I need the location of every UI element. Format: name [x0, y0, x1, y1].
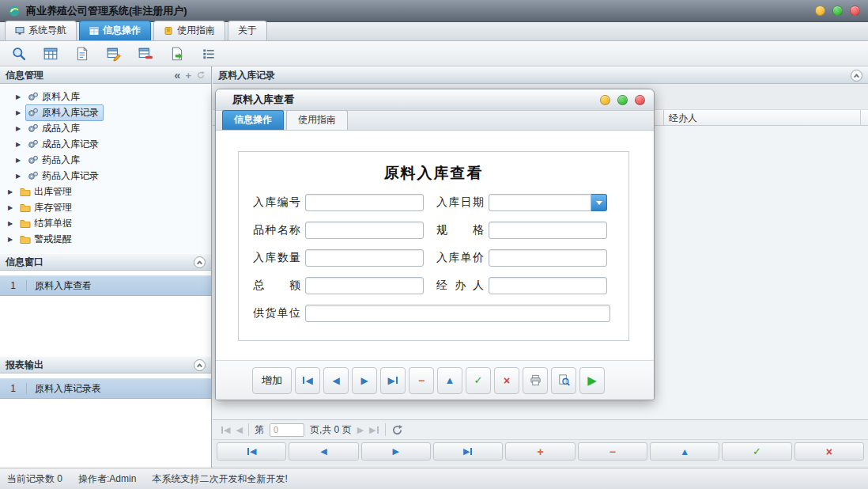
tree-item-raw-in[interactable]: ▶ 原料入库: [0, 89, 211, 104]
spec-label: 规格: [436, 223, 484, 237]
expander-icon[interactable]: ▶: [6, 220, 14, 227]
dialog-header[interactable]: 原料入库查看: [216, 89, 654, 111]
grid-edit-button[interactable]: ▲: [650, 442, 719, 461]
print-preview-button[interactable]: [551, 367, 576, 394]
tree-item-alert-reminder[interactable]: ▶ 警戒提醒: [0, 231, 211, 247]
page-next-button[interactable]: ▶: [357, 426, 364, 434]
total-input[interactable]: [305, 277, 424, 294]
expander-icon[interactable]: ▶: [14, 172, 22, 180]
first-record-button[interactable]: ◀: [295, 367, 320, 394]
tree-item-outbound-mgmt[interactable]: ▶ 出库管理: [0, 184, 211, 199]
page-prev-button[interactable]: ◀: [236, 426, 242, 434]
page-last-button[interactable]: ▶: [369, 426, 379, 434]
dialog-title: 原料入库查看: [232, 93, 294, 107]
maximize-button[interactable]: [832, 6, 843, 16]
operator-input[interactable]: [489, 277, 607, 294]
tree-item-settlement-docs[interactable]: ▶ 结算单据: [0, 215, 211, 231]
report-output-row[interactable]: 1 原料入库记录表: [0, 378, 211, 399]
collapse-up-icon[interactable]: [194, 359, 206, 371]
tab-system-nav[interactable]: 系统导航: [5, 21, 77, 40]
table-view-button[interactable]: [41, 44, 60, 63]
minimize-button[interactable]: [815, 6, 825, 16]
grid-cancel-button[interactable]: ×: [794, 442, 864, 461]
dialog-close-button[interactable]: [635, 95, 645, 105]
tab-user-guide[interactable]: 使用指南: [153, 21, 225, 40]
delete-record-tool-button[interactable]: [136, 44, 155, 63]
edit-record-button[interactable]: ▲: [437, 367, 462, 394]
save-record-button[interactable]: ✓: [466, 367, 491, 394]
tree-item-medicine-in[interactable]: ▶ 药品入库: [0, 152, 211, 168]
minus-icon: −: [418, 374, 425, 387]
close-button[interactable]: [850, 6, 860, 16]
collapse-panel-icon[interactable]: «: [175, 70, 181, 81]
dialog-maximize-button[interactable]: [617, 95, 628, 105]
grid-delete-button[interactable]: −: [578, 442, 647, 461]
dialog-body: 原料入库查看 入库编号 入库日期 品种名称 规格: [216, 131, 654, 400]
spec-input[interactable]: [489, 222, 607, 239]
minus-icon: −: [609, 445, 616, 458]
expander-icon[interactable]: ▶: [14, 141, 22, 148]
separator: [385, 423, 386, 436]
main-panel-title: 原料入库记录: [218, 69, 275, 82]
expander-icon[interactable]: ▶: [14, 125, 22, 132]
dialog-tab-info[interactable]: 信息操作: [222, 110, 284, 130]
add-icon[interactable]: +: [185, 70, 191, 81]
last-record-button[interactable]: ▶: [380, 367, 406, 394]
expander-icon[interactable]: ▶: [6, 236, 14, 243]
add-button[interactable]: 增加: [252, 367, 292, 394]
grid-next-button[interactable]: ▶: [361, 442, 431, 461]
variety-input[interactable]: [305, 222, 424, 239]
date-input[interactable]: [489, 194, 591, 211]
first-icon: ◀: [250, 447, 256, 456]
prev-record-button[interactable]: ◀: [323, 367, 349, 394]
info-window-list: 1 原料入库查看: [0, 271, 211, 356]
grid-first-button[interactable]: ◀: [217, 442, 286, 461]
page-number-input[interactable]: [270, 423, 304, 437]
collapse-up-icon[interactable]: [851, 70, 862, 82]
grid-last-button[interactable]: ▶: [433, 442, 503, 461]
code-input[interactable]: [305, 194, 424, 211]
list-button[interactable]: [199, 44, 218, 63]
collapse-up-icon[interactable]: [194, 256, 206, 268]
dialog-tab-guide[interactable]: 使用指南: [286, 110, 348, 130]
info-window-row[interactable]: 1 原料入库查看: [0, 275, 211, 296]
expander-icon[interactable]: ▶: [14, 109, 22, 116]
export-button[interactable]: [168, 44, 187, 63]
page-first-button[interactable]: ◀: [221, 426, 230, 434]
document-button[interactable]: [73, 44, 92, 63]
tab-about[interactable]: 关于: [228, 21, 267, 40]
tab-label: 使用指南: [177, 24, 215, 37]
cancel-record-button[interactable]: ×: [494, 367, 519, 394]
grid-prev-button[interactable]: ◀: [289, 442, 358, 461]
price-input[interactable]: [489, 249, 607, 267]
refresh-icon[interactable]: [391, 424, 403, 436]
dialog-minimize-button[interactable]: [600, 95, 610, 105]
tree-item-product-in-records[interactable]: ▶ 成品入库记录: [0, 136, 211, 152]
expander-icon[interactable]: ▶: [6, 188, 14, 195]
grid-save-button[interactable]: ✓: [722, 442, 791, 461]
supplier-input[interactable]: [305, 305, 610, 322]
report-output-list: 1 原料入库记录表: [0, 373, 211, 468]
expander-icon[interactable]: ▶: [6, 204, 14, 211]
form-fieldset: 原料入库查看 入库编号 入库日期 品种名称 规格: [238, 151, 629, 341]
dropdown-button[interactable]: [591, 194, 607, 211]
tree-label: 成品入库记录: [42, 138, 99, 151]
edit-record-tool-button[interactable]: [104, 44, 123, 63]
query-button[interactable]: [9, 44, 28, 63]
tree-item-raw-in-records[interactable]: ▶ 原料入库记录: [0, 104, 211, 120]
tab-info-operation[interactable]: 信息操作: [79, 21, 151, 40]
expander-icon[interactable]: ▶: [14, 93, 22, 100]
run-query-button[interactable]: ▶: [579, 367, 605, 394]
tree-item-inventory-mgmt[interactable]: ▶ 库存管理: [0, 199, 211, 215]
report-output-header: 报表输出: [0, 356, 211, 373]
grid-add-button[interactable]: +: [505, 442, 575, 461]
delete-record-button[interactable]: −: [409, 367, 434, 394]
expander-icon[interactable]: ▶: [14, 157, 22, 164]
tree-item-medicine-in-records[interactable]: ▶ 药品入库记录: [0, 168, 211, 184]
grid-column-operator[interactable]: 经办人: [663, 110, 861, 126]
refresh-icon[interactable]: [196, 70, 206, 80]
next-record-button[interactable]: ▶: [352, 367, 377, 394]
tree-item-product-in[interactable]: ▶ 成品入库: [0, 120, 211, 136]
print-button[interactable]: [523, 367, 548, 394]
quantity-input[interactable]: [305, 249, 424, 267]
